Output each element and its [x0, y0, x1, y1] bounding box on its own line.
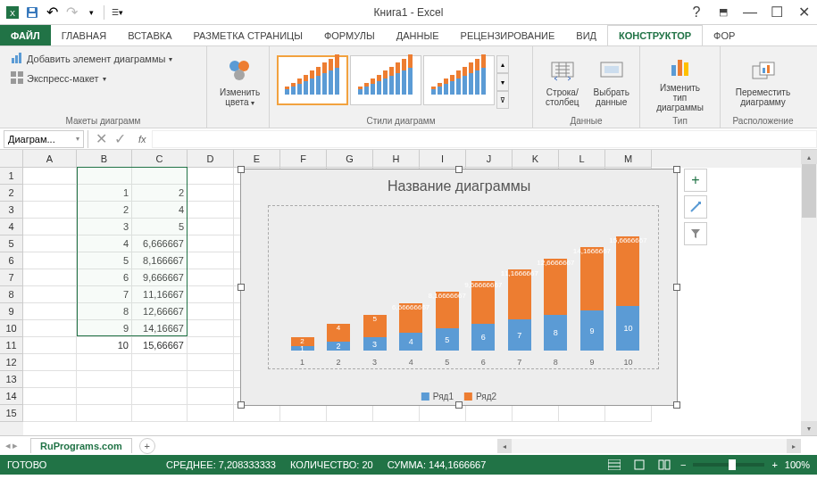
- cell[interactable]: 12,66667: [132, 303, 188, 320]
- undo-icon[interactable]: ↶: [43, 4, 61, 21]
- zoom-out-icon[interactable]: −: [680, 459, 686, 470]
- cell[interactable]: [23, 388, 77, 405]
- name-box-dropdown-icon[interactable]: ▾: [76, 135, 79, 143]
- chart-styles-button[interactable]: [684, 195, 707, 219]
- hscroll-right-icon[interactable]: ▸: [787, 439, 801, 453]
- change-chart-type-button[interactable]: Изменить тип диаграммы: [647, 51, 713, 114]
- sheet-nav-prev-icon[interactable]: ◂: [5, 440, 11, 451]
- bar-series2[interactable]: 8,16666667: [436, 292, 459, 328]
- cell[interactable]: [188, 235, 234, 252]
- bar-series2[interactable]: 4: [327, 324, 350, 342]
- redo-icon[interactable]: ↷: [63, 4, 80, 21]
- cell[interactable]: [23, 185, 77, 202]
- cell[interactable]: 2: [132, 185, 188, 202]
- column-header[interactable]: I: [420, 150, 466, 168]
- column-header[interactable]: H: [373, 150, 420, 168]
- cell[interactable]: [77, 168, 132, 185]
- row-header[interactable]: 10: [0, 320, 23, 337]
- cell[interactable]: [132, 388, 188, 405]
- zoom-in-icon[interactable]: +: [771, 459, 777, 470]
- sheet-tab-active[interactable]: RuPrograms.com: [30, 438, 132, 453]
- cell[interactable]: [466, 405, 513, 422]
- cell[interactable]: 9,666667: [132, 269, 188, 286]
- ribbon-display-icon[interactable]: ⬒: [710, 0, 737, 25]
- cancel-formula-icon[interactable]: ✕: [96, 130, 107, 147]
- bar-series2[interactable]: 14,1666667: [580, 247, 604, 310]
- cell[interactable]: 8,166667: [132, 252, 188, 269]
- tab-review[interactable]: РЕЦЕНЗИРОВАНИЕ: [450, 25, 566, 45]
- cell[interactable]: [132, 168, 188, 185]
- cell[interactable]: 15,66667: [132, 337, 188, 354]
- bar-series2[interactable]: 2: [291, 337, 314, 346]
- cell[interactable]: [188, 405, 234, 422]
- cell[interactable]: 6: [77, 269, 132, 286]
- row-header[interactable]: 3: [0, 202, 23, 219]
- tab-home[interactable]: ГЛАВНАЯ: [51, 25, 117, 45]
- cell[interactable]: [77, 405, 132, 422]
- row-header[interactable]: 9: [0, 303, 23, 320]
- cell[interactable]: 6,666667: [132, 235, 188, 252]
- bar-series1[interactable]: 8: [544, 315, 567, 351]
- gallery-up-icon[interactable]: ▴: [496, 55, 509, 73]
- cell[interactable]: [132, 354, 188, 371]
- cell[interactable]: 8: [77, 303, 132, 320]
- cell[interactable]: [188, 252, 234, 269]
- chart-title[interactable]: Название диаграммы: [241, 169, 677, 200]
- bar-series2[interactable]: 12,6666667: [544, 259, 567, 315]
- row-header[interactable]: 4: [0, 219, 23, 235]
- column-header[interactable]: E: [234, 150, 280, 168]
- cell[interactable]: [327, 405, 373, 422]
- chart-style-2[interactable]: [350, 55, 421, 105]
- add-chart-element-button[interactable]: Добавить элемент диаграммы▾: [7, 50, 176, 68]
- column-header[interactable]: K: [513, 150, 559, 168]
- excel-icon[interactable]: X: [4, 4, 21, 21]
- column-header[interactable]: B: [77, 150, 132, 168]
- bar-series1[interactable]: 1: [291, 346, 314, 351]
- bar-series1[interactable]: 6: [471, 324, 495, 351]
- cell[interactable]: 9: [77, 320, 132, 337]
- cell[interactable]: [188, 320, 234, 337]
- zoom-slider[interactable]: [693, 463, 764, 467]
- cell[interactable]: [23, 303, 77, 320]
- row-header[interactable]: 13: [0, 371, 23, 388]
- cell[interactable]: 5: [77, 252, 132, 269]
- view-normal-icon[interactable]: [605, 458, 623, 472]
- qat-customize-icon[interactable]: ▾: [82, 4, 100, 21]
- chart-filters-button[interactable]: [684, 222, 707, 245]
- view-pagelayout-icon[interactable]: [630, 458, 648, 472]
- column-header[interactable]: M: [605, 150, 652, 168]
- cell[interactable]: [132, 371, 188, 388]
- column-header[interactable]: A: [23, 150, 77, 168]
- help-icon[interactable]: ?: [683, 0, 710, 25]
- name-box[interactable]: Диаграм... ▾: [4, 130, 84, 148]
- gallery-more-icon[interactable]: ⊽: [496, 91, 509, 109]
- select-data-button[interactable]: Выбрать данные: [588, 55, 635, 109]
- new-sheet-button[interactable]: +: [139, 438, 155, 454]
- chart-styles-gallery[interactable]: ▴ ▾ ⊽: [277, 55, 509, 109]
- bar-series2[interactable]: 15,6666667: [616, 236, 639, 306]
- scroll-down-icon[interactable]: ▾: [801, 421, 817, 435]
- chart-legend[interactable]: Ряд1 Ряд2: [421, 392, 496, 401]
- zoom-level[interactable]: 100%: [785, 459, 810, 470]
- cell[interactable]: 1: [77, 185, 132, 202]
- cell[interactable]: [23, 320, 77, 337]
- cell[interactable]: [188, 269, 234, 286]
- cell[interactable]: 2: [77, 202, 132, 219]
- column-header[interactable]: D: [188, 150, 234, 168]
- cell[interactable]: [188, 185, 234, 202]
- row-header[interactable]: 1: [0, 168, 23, 185]
- cell[interactable]: [188, 388, 234, 405]
- move-chart-button[interactable]: Переместить диаграмму: [728, 55, 798, 109]
- cell[interactable]: [77, 388, 132, 405]
- bar-series1[interactable]: 2: [327, 342, 350, 351]
- sheet-nav-next-icon[interactable]: ▸: [13, 440, 18, 451]
- cell[interactable]: [23, 219, 77, 235]
- cell[interactable]: [23, 286, 77, 303]
- cell[interactable]: [188, 371, 234, 388]
- bar-series2[interactable]: 9,66666667: [471, 281, 495, 324]
- cell[interactable]: 5: [132, 219, 188, 235]
- tab-design[interactable]: КОНСТРУКТОР: [607, 25, 703, 45]
- cell[interactable]: [23, 371, 77, 388]
- row-header[interactable]: 2: [0, 185, 23, 202]
- scroll-thumb[interactable]: [802, 164, 816, 218]
